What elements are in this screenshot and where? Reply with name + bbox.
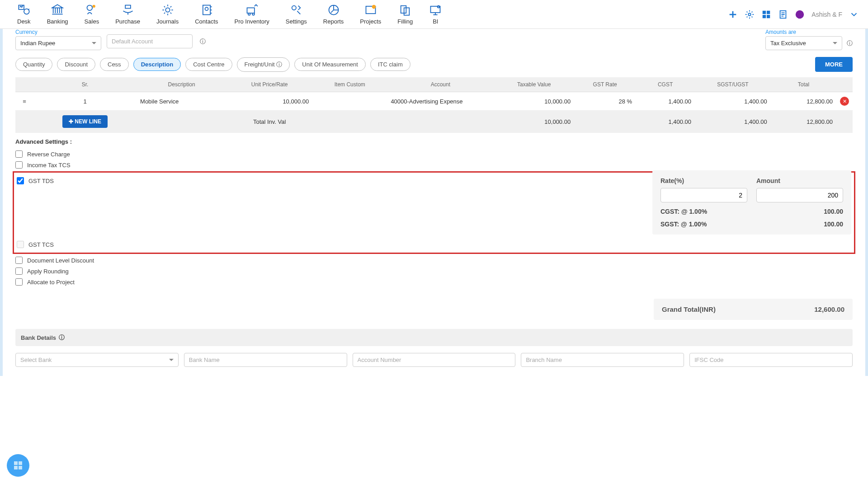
svg-point-18 [438,6,440,8]
drag-handle-icon[interactable]: ≡ [15,92,33,111]
pill-discount[interactable]: Discount [57,58,95,71]
calculator-icon[interactable] [761,9,771,19]
caret-icon [833,42,837,44]
income-tcs-checkbox[interactable] [15,161,23,169]
amounts-are-label: Amounts are [765,29,796,35]
svg-rect-21 [767,10,770,14]
th-account: Account [387,77,494,92]
ifsc-input[interactable] [689,353,853,367]
sales-icon [85,4,98,16]
filling-icon [399,4,411,16]
th-desc: Description [137,77,226,92]
svg-rect-6 [203,5,210,15]
user-name[interactable]: Ashish & F [811,11,842,18]
currency-select[interactable]: Indian Rupee [15,36,101,50]
pill-description[interactable]: Description [133,58,181,71]
nav-settings[interactable]: Settings [278,4,315,25]
caret-icon [92,42,96,44]
gst-tcs-checkbox [17,241,24,248]
nav-right: Ashish & F [728,9,859,19]
nav-bi[interactable]: BI [421,4,450,25]
top-nav: Desk Banking Sales Purchase Journals Con… [0,0,868,29]
nav-sales[interactable]: Sales [76,4,108,25]
contacts-icon [200,4,213,16]
nav-projects[interactable]: Projects [352,4,389,25]
settings-icon [290,4,302,16]
nav-filling[interactable]: Filling [389,4,421,25]
clipboard-icon[interactable] [778,9,788,19]
svg-point-7 [205,7,208,10]
reverse-charge-checkbox[interactable] [15,150,23,158]
bank-details-header[interactable]: Bank Details ⓘ [15,329,853,346]
svg-rect-22 [763,14,766,18]
pill-itc[interactable]: ITC claim [370,58,410,71]
svg-rect-17 [431,6,440,13]
amount-label: Amount [756,177,843,184]
default-account-input[interactable] [107,34,193,48]
more-button[interactable]: MORE [815,57,853,72]
bank-icon [51,4,64,16]
th-taxable: Taxable Value [494,77,574,92]
new-badge-icon[interactable] [795,9,805,19]
rate-label: Rate(%) [660,177,747,184]
bi-icon [429,4,442,16]
amount-input[interactable] [756,188,843,202]
th-cgst: CGST [636,77,695,92]
nav-journals[interactable]: Journals [148,4,187,25]
rounding-checkbox[interactable] [15,267,23,275]
chevron-down-icon[interactable] [849,9,859,19]
info-icon[interactable]: ⓘ [200,38,206,46]
svg-point-11 [292,6,296,10]
pill-uom[interactable]: Unit Of Measurement [294,58,366,71]
info-icon[interactable]: ⓘ [847,39,853,47]
nav-banking[interactable]: Banking [39,4,76,25]
nav-purchase[interactable]: Purchase [107,4,148,25]
svg-point-5 [165,8,170,12]
svg-rect-16 [404,8,410,15]
delete-row-button[interactable]: ✕ [840,97,849,106]
desk-icon [18,4,30,16]
info-icon: ⓘ [276,61,282,68]
pill-cess[interactable]: Cess [100,58,129,71]
gst-tds-checkbox[interactable] [17,177,24,184]
rate-input[interactable] [660,188,747,202]
nav-desk[interactable]: Desk [9,4,39,25]
table-row[interactable]: ≡ 1 Mobile Service 10,000.00 40000-Adver… [15,92,853,111]
svg-point-9 [248,13,250,15]
svg-rect-4 [125,5,131,9]
svg-point-25 [796,10,804,18]
pill-cost-centre[interactable]: Cost Centre [185,58,232,71]
plus-icon[interactable] [728,9,738,19]
branch-name-input[interactable] [521,353,684,367]
svg-point-3 [93,5,95,8]
tds-rate-panel: Rate(%) Amount CGST: @ 1.00%100.00 SGST:… [652,170,851,235]
nav-reports[interactable]: Reports [315,4,352,25]
caret-icon [169,359,174,361]
svg-rect-8 [247,8,255,13]
pill-quantity[interactable]: Quantity [15,58,52,71]
reports-icon [327,4,340,16]
nav-contacts[interactable]: Contacts [187,4,226,25]
svg-rect-20 [763,10,766,14]
th-sgst: SGST/UGST [695,77,771,92]
th-gst: GST Rate [574,77,636,92]
svg-point-2 [87,5,92,11]
svg-rect-23 [767,14,770,18]
svg-rect-15 [401,6,406,13]
th-total: Total [771,77,836,92]
doc-discount-checkbox[interactable] [15,257,23,264]
nav-inventory[interactable]: Pro Inventory [226,4,278,25]
allocate-checkbox[interactable] [15,278,23,286]
account-number-input[interactable] [353,353,516,367]
gear-icon[interactable] [745,9,755,19]
select-bank[interactable]: Select Bank [15,353,179,367]
bank-name-input[interactable] [184,353,347,367]
th-price: Unit Price/Rate [226,77,312,92]
pill-freight[interactable]: Freight/Unit ⓘ [237,57,290,72]
projects-icon [364,4,377,16]
svg-point-14 [372,5,375,9]
info-icon: ⓘ [59,333,65,342]
svg-point-19 [749,13,751,16]
amounts-are-select[interactable]: Tax Exclusive [765,36,842,50]
new-line-button[interactable]: ✚ NEW LINE [62,115,108,128]
